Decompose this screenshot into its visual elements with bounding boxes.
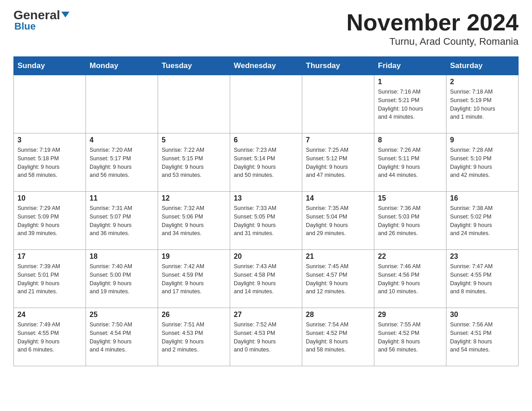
day-number: 16 bbox=[450, 194, 515, 202]
calendar-cell: 29Sunrise: 7:55 AM Sunset: 4:52 PM Dayli… bbox=[374, 308, 446, 366]
day-number: 11 bbox=[90, 194, 154, 202]
calendar-cell bbox=[158, 75, 230, 133]
calendar-cell: 7Sunrise: 7:25 AM Sunset: 5:12 PM Daylig… bbox=[302, 133, 374, 192]
calendar-week-4: 17Sunrise: 7:39 AM Sunset: 5:01 PM Dayli… bbox=[14, 250, 519, 308]
calendar-cell: 22Sunrise: 7:46 AM Sunset: 4:56 PM Dayli… bbox=[374, 250, 446, 308]
calendar-col-tuesday: Tuesday bbox=[158, 57, 230, 75]
calendar-table: SundayMondayTuesdayWednesdayThursdayFrid… bbox=[13, 56, 519, 366]
day-info: Sunrise: 7:47 AM Sunset: 4:55 PM Dayligh… bbox=[450, 262, 515, 296]
day-number: 14 bbox=[306, 194, 370, 202]
day-info: Sunrise: 7:42 AM Sunset: 4:59 PM Dayligh… bbox=[162, 262, 226, 296]
day-info: Sunrise: 7:49 AM Sunset: 4:55 PM Dayligh… bbox=[17, 321, 82, 354]
calendar-cell: 15Sunrise: 7:36 AM Sunset: 5:03 PM Dayli… bbox=[374, 192, 446, 250]
day-number: 1 bbox=[378, 78, 442, 86]
day-number: 27 bbox=[234, 311, 298, 319]
day-info: Sunrise: 7:38 AM Sunset: 5:02 PM Dayligh… bbox=[450, 204, 515, 238]
day-info: Sunrise: 7:43 AM Sunset: 4:58 PM Dayligh… bbox=[234, 262, 298, 296]
calendar-cell: 8Sunrise: 7:26 AM Sunset: 5:11 PM Daylig… bbox=[374, 133, 446, 192]
day-number: 2 bbox=[450, 78, 515, 86]
day-number: 23 bbox=[450, 253, 515, 261]
calendar-cell: 2Sunrise: 7:18 AM Sunset: 5:19 PM Daylig… bbox=[446, 75, 519, 133]
calendar-cell bbox=[14, 75, 86, 133]
day-info: Sunrise: 7:36 AM Sunset: 5:03 PM Dayligh… bbox=[378, 204, 442, 238]
day-info: Sunrise: 7:20 AM Sunset: 5:17 PM Dayligh… bbox=[90, 146, 154, 180]
day-number: 7 bbox=[306, 136, 370, 144]
day-info: Sunrise: 7:33 AM Sunset: 5:05 PM Dayligh… bbox=[234, 204, 298, 238]
calendar-week-5: 24Sunrise: 7:49 AM Sunset: 4:55 PM Dayli… bbox=[14, 308, 519, 366]
day-info: Sunrise: 7:23 AM Sunset: 5:14 PM Dayligh… bbox=[234, 146, 298, 180]
calendar-cell: 9Sunrise: 7:28 AM Sunset: 5:10 PM Daylig… bbox=[446, 133, 519, 192]
calendar-cell: 17Sunrise: 7:39 AM Sunset: 5:01 PM Dayli… bbox=[14, 250, 86, 308]
day-info: Sunrise: 7:22 AM Sunset: 5:15 PM Dayligh… bbox=[162, 146, 226, 180]
day-number: 19 bbox=[162, 253, 226, 261]
day-info: Sunrise: 7:39 AM Sunset: 5:01 PM Dayligh… bbox=[17, 262, 82, 296]
day-number: 8 bbox=[378, 136, 442, 144]
day-number: 5 bbox=[162, 136, 226, 144]
calendar-cell: 10Sunrise: 7:29 AM Sunset: 5:09 PM Dayli… bbox=[14, 192, 86, 250]
day-number: 25 bbox=[90, 311, 154, 319]
calendar-cell: 20Sunrise: 7:43 AM Sunset: 4:58 PM Dayli… bbox=[230, 250, 302, 308]
day-info: Sunrise: 7:29 AM Sunset: 5:09 PM Dayligh… bbox=[17, 204, 82, 238]
calendar-cell: 26Sunrise: 7:51 AM Sunset: 4:53 PM Dayli… bbox=[158, 308, 230, 366]
day-info: Sunrise: 7:52 AM Sunset: 4:53 PM Dayligh… bbox=[234, 321, 298, 354]
day-info: Sunrise: 7:56 AM Sunset: 4:51 PM Dayligh… bbox=[450, 321, 515, 354]
calendar-col-wednesday: Wednesday bbox=[230, 57, 302, 75]
calendar-cell: 1Sunrise: 7:16 AM Sunset: 5:21 PM Daylig… bbox=[374, 75, 446, 133]
day-info: Sunrise: 7:31 AM Sunset: 5:07 PM Dayligh… bbox=[90, 204, 154, 238]
day-number: 4 bbox=[90, 136, 154, 144]
day-info: Sunrise: 7:51 AM Sunset: 4:53 PM Dayligh… bbox=[162, 321, 226, 354]
day-info: Sunrise: 7:40 AM Sunset: 5:00 PM Dayligh… bbox=[90, 262, 154, 296]
day-info: Sunrise: 7:18 AM Sunset: 5:19 PM Dayligh… bbox=[450, 88, 515, 121]
calendar-cell: 28Sunrise: 7:54 AM Sunset: 4:52 PM Dayli… bbox=[302, 308, 374, 366]
calendar-cell: 4Sunrise: 7:20 AM Sunset: 5:17 PM Daylig… bbox=[86, 133, 158, 192]
calendar-header-row: SundayMondayTuesdayWednesdayThursdayFrid… bbox=[14, 57, 519, 75]
day-info: Sunrise: 7:28 AM Sunset: 5:10 PM Dayligh… bbox=[450, 146, 515, 180]
day-number: 12 bbox=[162, 194, 226, 202]
day-info: Sunrise: 7:25 AM Sunset: 5:12 PM Dayligh… bbox=[306, 146, 370, 180]
logo-general: General bbox=[13, 9, 69, 21]
calendar-cell: 11Sunrise: 7:31 AM Sunset: 5:07 PM Dayli… bbox=[86, 192, 158, 250]
calendar-cell: 21Sunrise: 7:45 AM Sunset: 4:57 PM Dayli… bbox=[302, 250, 374, 308]
day-info: Sunrise: 7:45 AM Sunset: 4:57 PM Dayligh… bbox=[306, 262, 370, 296]
day-number: 9 bbox=[450, 136, 515, 144]
calendar-cell: 6Sunrise: 7:23 AM Sunset: 5:14 PM Daylig… bbox=[230, 133, 302, 192]
calendar-week-3: 10Sunrise: 7:29 AM Sunset: 5:09 PM Dayli… bbox=[14, 192, 519, 250]
calendar-cell: 16Sunrise: 7:38 AM Sunset: 5:02 PM Dayli… bbox=[446, 192, 519, 250]
day-info: Sunrise: 7:54 AM Sunset: 4:52 PM Dayligh… bbox=[306, 321, 370, 354]
calendar-cell: 19Sunrise: 7:42 AM Sunset: 4:59 PM Dayli… bbox=[158, 250, 230, 308]
day-info: Sunrise: 7:35 AM Sunset: 5:04 PM Dayligh… bbox=[306, 204, 370, 238]
calendar-col-thursday: Thursday bbox=[302, 57, 374, 75]
calendar-cell: 30Sunrise: 7:56 AM Sunset: 4:51 PM Dayli… bbox=[446, 308, 519, 366]
calendar-cell: 5Sunrise: 7:22 AM Sunset: 5:15 PM Daylig… bbox=[158, 133, 230, 192]
page-title: November 2024 bbox=[347, 9, 519, 36]
day-info: Sunrise: 7:50 AM Sunset: 4:54 PM Dayligh… bbox=[90, 321, 154, 354]
calendar-cell: 14Sunrise: 7:35 AM Sunset: 5:04 PM Dayli… bbox=[302, 192, 374, 250]
day-info: Sunrise: 7:55 AM Sunset: 4:52 PM Dayligh… bbox=[378, 321, 442, 354]
day-number: 21 bbox=[306, 253, 370, 261]
page-header: General Blue November 2024 Turnu, Arad C… bbox=[13, 9, 519, 47]
day-number: 22 bbox=[378, 253, 442, 261]
calendar-cell bbox=[86, 75, 158, 133]
calendar-week-1: 1Sunrise: 7:16 AM Sunset: 5:21 PM Daylig… bbox=[14, 75, 519, 133]
day-number: 17 bbox=[17, 253, 82, 261]
calendar-cell bbox=[302, 75, 374, 133]
calendar-week-2: 3Sunrise: 7:19 AM Sunset: 5:18 PM Daylig… bbox=[14, 133, 519, 192]
day-info: Sunrise: 7:26 AM Sunset: 5:11 PM Dayligh… bbox=[378, 146, 442, 180]
day-info: Sunrise: 7:16 AM Sunset: 5:21 PM Dayligh… bbox=[378, 88, 442, 121]
day-number: 26 bbox=[162, 311, 226, 319]
calendar-col-sunday: Sunday bbox=[14, 57, 86, 75]
calendar-col-friday: Friday bbox=[374, 57, 446, 75]
calendar-cell: 18Sunrise: 7:40 AM Sunset: 5:00 PM Dayli… bbox=[86, 250, 158, 308]
page-subtitle: Turnu, Arad County, Romania bbox=[347, 36, 519, 47]
calendar-cell bbox=[230, 75, 302, 133]
calendar-cell: 13Sunrise: 7:33 AM Sunset: 5:05 PM Dayli… bbox=[230, 192, 302, 250]
calendar-cell: 25Sunrise: 7:50 AM Sunset: 4:54 PM Dayli… bbox=[86, 308, 158, 366]
day-number: 29 bbox=[378, 311, 442, 319]
calendar-cell: 23Sunrise: 7:47 AM Sunset: 4:55 PM Dayli… bbox=[446, 250, 519, 308]
title-block: November 2024 Turnu, Arad County, Romani… bbox=[347, 9, 519, 47]
calendar-cell: 3Sunrise: 7:19 AM Sunset: 5:18 PM Daylig… bbox=[14, 133, 86, 192]
day-number: 6 bbox=[234, 136, 298, 144]
day-info: Sunrise: 7:32 AM Sunset: 5:06 PM Dayligh… bbox=[162, 204, 226, 238]
day-number: 10 bbox=[17, 194, 82, 202]
logo-blue: Blue bbox=[14, 21, 36, 32]
